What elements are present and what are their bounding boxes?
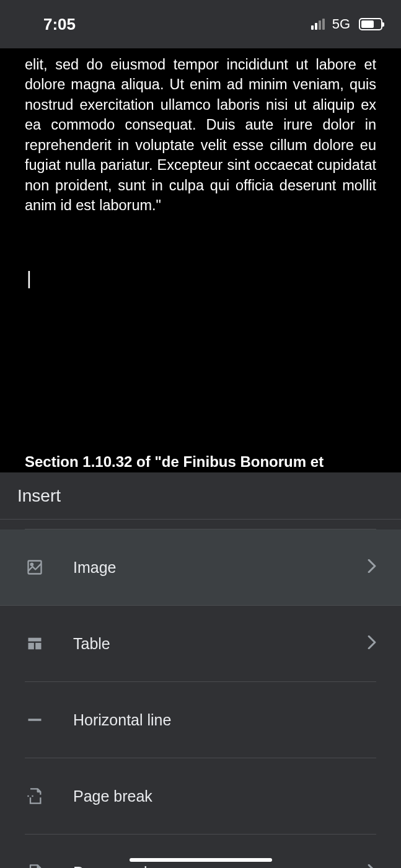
signal-icon [311, 19, 325, 30]
menu-item-horizontal-line[interactable]: Horizontal line [25, 682, 376, 758]
menu-item-page-break[interactable]: Page break [25, 758, 376, 835]
chevron-right-icon [368, 636, 376, 652]
panel-title: Insert [17, 486, 61, 506]
menu-label: Table [73, 635, 368, 653]
menu-label: Horizontal line [73, 711, 376, 729]
svg-rect-3 [29, 643, 34, 650]
document-editor[interactable]: elit, sed do eiusmod tempor incididunt u… [0, 48, 401, 472]
partial-row [25, 520, 376, 529]
battery-icon [359, 18, 382, 30]
page-number-icon: 1 [25, 862, 45, 868]
chevron-right-icon [368, 864, 376, 868]
menu-label: Image [73, 559, 368, 577]
image-icon [25, 557, 45, 577]
insert-menu-list: Image Table Horizontal line [0, 520, 401, 868]
chevron-right-icon [368, 559, 376, 575]
document-body-text[interactable]: elit, sed do eiusmod tempor incididunt u… [25, 55, 376, 215]
menu-label: Page number [73, 864, 368, 869]
section-heading[interactable]: Section 1.10.32 of "de Finibus Bonorum e… [25, 453, 324, 471]
page-break-icon [25, 786, 45, 806]
insert-panel-header: Insert [0, 472, 401, 520]
home-indicator[interactable] [130, 858, 272, 862]
status-bar: 7:05 5G [0, 0, 401, 48]
svg-point-1 [31, 564, 33, 566]
svg-rect-4 [35, 643, 41, 650]
text-cursor: | [27, 268, 376, 289]
menu-item-image[interactable]: Image [0, 529, 401, 606]
status-indicators: 5G [311, 16, 382, 32]
status-time: 7:05 [43, 15, 76, 34]
network-label: 5G [332, 16, 350, 32]
menu-label: Page break [73, 787, 376, 805]
menu-item-page-number[interactable]: 1 Page number [25, 835, 376, 868]
svg-rect-2 [29, 638, 42, 642]
table-icon [25, 634, 45, 653]
svg-rect-0 [29, 561, 42, 574]
horizontal-line-icon [25, 710, 45, 730]
menu-item-table[interactable]: Table [25, 606, 376, 682]
